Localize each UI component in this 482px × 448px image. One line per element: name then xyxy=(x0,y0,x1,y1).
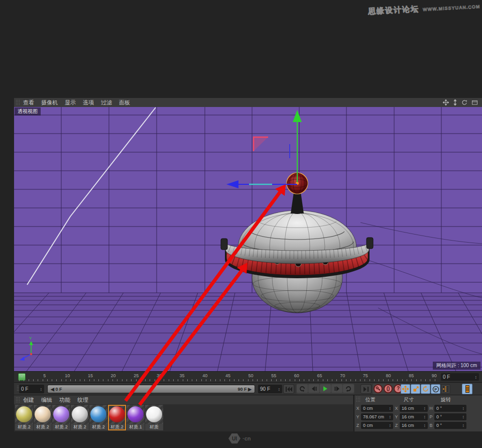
spinner-arrows-icon[interactable]: ↕ xyxy=(424,406,426,411)
size-y-field[interactable]: 16 cm↕ xyxy=(400,413,428,420)
spinner-arrows-icon[interactable]: ↕ xyxy=(462,423,465,428)
field-value: 0 ° xyxy=(436,406,442,411)
tick-90: 90 xyxy=(429,373,440,378)
field-value: 0 ° xyxy=(436,414,442,419)
viewport-canvas[interactable]: 透视视图 网格间距 : 100 cm xyxy=(14,107,482,371)
material-swatch[interactable]: 材质.2 xyxy=(71,405,89,430)
tick-85: 85 xyxy=(406,373,417,378)
position-z-field[interactable]: 0 cm↕ xyxy=(361,422,393,429)
drag-grip-icon[interactable] xyxy=(356,396,360,402)
go-to-start-button[interactable] xyxy=(283,384,294,394)
spinner-arrows-icon[interactable]: ↕ xyxy=(389,423,392,428)
next-frame-button[interactable] xyxy=(331,384,342,393)
rotation-p-field[interactable]: 0 °↕ xyxy=(434,413,466,420)
dolly-icon[interactable] xyxy=(453,99,457,105)
tick-10: 10 xyxy=(62,373,73,378)
position-x-field[interactable]: 0 cm↕ xyxy=(361,405,393,412)
spinner-arrows-icon[interactable]: ↕ xyxy=(424,414,426,419)
spinner-arrows-icon[interactable]: ↕ xyxy=(389,414,392,419)
material-swatch[interactable]: 材质.1 xyxy=(127,405,145,430)
end-frame-value: 90 F xyxy=(260,386,270,392)
material-swatch[interactable]: 材质.2 xyxy=(52,405,70,430)
screenshot-root: { "watermark": {"site": "思缘设计论坛", "url":… xyxy=(0,0,482,448)
material-swatch[interactable]: 材质 xyxy=(145,405,163,430)
autokeying-button[interactable]: () xyxy=(384,384,393,393)
mat-menu-edit[interactable]: 编辑 xyxy=(41,396,52,404)
go-to-end-button[interactable] xyxy=(360,384,372,394)
parameter-key-toggle[interactable]: P xyxy=(431,384,440,394)
record-keyframe-button[interactable] xyxy=(374,384,383,393)
material-preview xyxy=(15,405,33,424)
axis-label: X xyxy=(394,406,399,411)
spinner-arrows-icon[interactable]: ↕ xyxy=(40,387,43,392)
menu-panel[interactable]: 面板 xyxy=(119,99,130,106)
tick-35: 35 xyxy=(177,373,188,378)
current-frame-field[interactable]: 0 F↕ xyxy=(19,385,44,393)
menu-filter[interactable]: 过滤 xyxy=(101,99,112,106)
mat-menu-create[interactable]: 创建 xyxy=(23,396,34,404)
size-title: 尺寸 xyxy=(404,396,414,403)
rotation-h-field[interactable]: 0 °↕ xyxy=(434,405,466,412)
previous-frame-button[interactable] xyxy=(308,384,319,393)
floor-plane xyxy=(14,293,482,371)
options-glyph: ? xyxy=(397,386,400,391)
spinner-arrows-icon[interactable]: ↕ xyxy=(278,387,281,392)
rotation-key-toggle[interactable] xyxy=(421,384,430,394)
timeline-ruler[interactable]: 051015202530354045505560657075808590 0 F… xyxy=(14,371,482,383)
material-swatch[interactable]: 材质.2 xyxy=(34,405,52,430)
spinner-arrows-icon[interactable]: ↕ xyxy=(424,423,426,428)
viewport-nav-icons xyxy=(443,99,482,105)
tick-45: 45 xyxy=(222,373,233,378)
hexagon-logo-icon: UI xyxy=(228,433,240,444)
rotate-icon[interactable] xyxy=(461,99,467,105)
material-label: 材质.2 xyxy=(52,424,70,430)
field-value: 0 ° xyxy=(436,423,442,428)
end-frame-field[interactable]: 90 F↕ xyxy=(258,385,282,393)
axis-label: H xyxy=(429,406,433,411)
frame-tick-marks xyxy=(19,379,438,381)
scale-key-toggle[interactable] xyxy=(411,384,420,394)
position-key-toggle[interactable] xyxy=(401,384,410,394)
keyframe-selection-button[interactable] xyxy=(462,384,472,394)
menu-options[interactable]: 选项 xyxy=(83,99,94,106)
rotation-b-field[interactable]: 0 °↕ xyxy=(434,422,466,429)
tick-15: 15 xyxy=(85,373,96,378)
material-preview xyxy=(34,405,52,424)
world-y-label: Y xyxy=(29,336,32,341)
tick-25: 25 xyxy=(131,373,142,378)
material-sphere xyxy=(90,406,106,422)
view-label[interactable]: 透视视图 xyxy=(15,107,41,116)
point-level-key-toggle[interactable] xyxy=(441,384,450,394)
pan-icon[interactable] xyxy=(443,99,449,105)
mat-menu-function[interactable]: 功能 xyxy=(59,396,70,404)
size-x-field[interactable]: 16 cm↕ xyxy=(400,405,428,412)
material-swatch-selected[interactable]: 材质.2 xyxy=(108,405,126,430)
position-y-field[interactable]: 78.067 cm↕ xyxy=(361,413,393,420)
maximize-icon[interactable] xyxy=(471,99,478,105)
spinner-arrows-icon[interactable]: ↕ xyxy=(475,375,477,380)
mat-menu-texture[interactable]: 纹理 xyxy=(77,396,88,404)
menu-display[interactable]: 显示 xyxy=(65,99,76,106)
material-label: 材质.2 xyxy=(108,424,126,430)
spinner-arrows-icon[interactable]: ↕ xyxy=(389,406,392,411)
menu-view[interactable]: 查看 xyxy=(23,99,34,106)
material-swatch[interactable]: 材质.2 xyxy=(89,405,107,430)
world-origin-dot xyxy=(30,353,32,355)
play-forward-button[interactable] xyxy=(320,384,331,393)
ui-cn-logo: UI ·cn xyxy=(228,433,251,444)
material-sphere xyxy=(16,406,32,422)
material-label: 材质.2 xyxy=(89,424,107,430)
loop-button[interactable] xyxy=(343,384,354,393)
menu-camera[interactable]: 摄像机 xyxy=(41,99,58,106)
material-swatch[interactable]: 材质.2 xyxy=(15,405,33,430)
drag-grip-icon[interactable] xyxy=(16,99,20,105)
field-value: 16 cm xyxy=(402,406,414,411)
spinner-arrows-icon[interactable]: ↕ xyxy=(462,414,465,419)
size-z-field[interactable]: 16 cm↕ xyxy=(400,422,428,429)
frame-spinner-field[interactable]: 0 F↕ xyxy=(441,373,479,381)
timeline-range-slider[interactable]: ◀ 0 F 90 F ▶ xyxy=(47,385,255,393)
play-backward-button[interactable] xyxy=(297,384,308,393)
drag-grip-icon[interactable] xyxy=(16,397,20,403)
spinner-arrows-icon[interactable]: ↕ xyxy=(462,406,465,411)
material-label: 材质.1 xyxy=(127,424,145,430)
